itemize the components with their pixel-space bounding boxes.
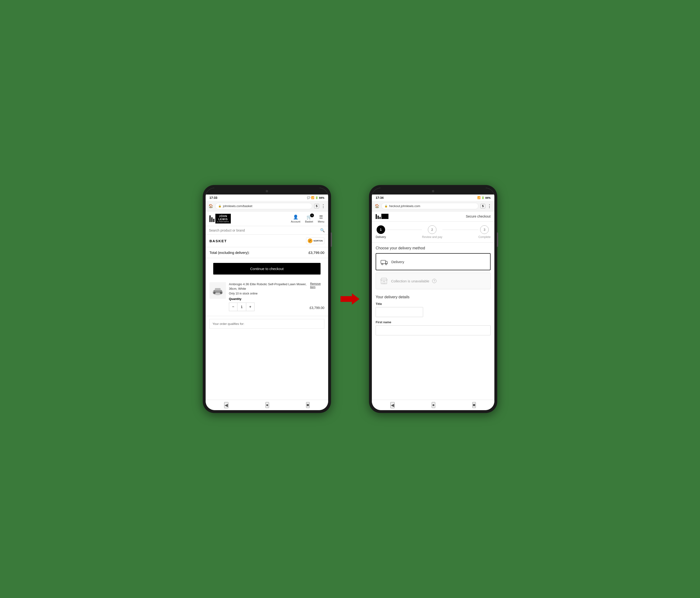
recents-button-right[interactable]: ■ <box>472 402 476 408</box>
checkout-logo-box <box>381 214 389 219</box>
checkout-header: Secure checkout <box>372 211 494 222</box>
right-phone-screen: 17:34 📶 🔋 84% 🏠 🔒 heckout.johnlewis.com … <box>372 188 494 410</box>
quantity-decrease-button[interactable]: − <box>229 303 238 311</box>
step-delivery: 1 Delivery <box>376 225 386 239</box>
basket-label: Basket <box>305 220 313 223</box>
home-button-right[interactable]: ● <box>432 402 435 408</box>
left-phone: 17:33 💬 📶 🔋 84% 🏠 🔒 johnlewis.com/basket… <box>203 185 331 413</box>
side-button <box>331 232 332 247</box>
recents-button[interactable]: ■ <box>306 402 310 408</box>
phone-notch-right <box>372 188 494 195</box>
total-label: Total (excluding delivery): <box>209 251 250 255</box>
svg-rect-9 <box>381 280 387 284</box>
checkout-logo <box>376 214 389 219</box>
title-input[interactable] <box>376 307 423 317</box>
account-nav-item[interactable]: 👤 Account <box>291 215 300 223</box>
signal-icon-right: 📶 <box>477 196 481 199</box>
phone-notch <box>206 188 328 195</box>
step-complete: 3 Complete <box>478 225 491 239</box>
norton-text: NORTON <box>314 240 323 242</box>
secure-checkout-text: Secure checkout <box>466 215 491 218</box>
url-bar[interactable]: 🔒 johnlewis.com/basket <box>215 203 312 209</box>
url-text-right: heckout.johnlewis.com <box>389 204 420 208</box>
delivery-details-title: Your delivery details <box>376 295 491 299</box>
basket-title: BASKET <box>209 239 227 243</box>
lock-icon: 🔒 <box>218 204 222 207</box>
step-3-label: Complete <box>478 235 491 239</box>
right-phone: 17:34 📶 🔋 84% 🏠 🔒 heckout.johnlewis.com … <box>369 185 497 413</box>
norton-badge: ✓ NORTON <box>306 238 324 244</box>
browser-tabs[interactable]: 5 <box>314 204 319 208</box>
browser-bar: 🏠 🔒 johnlewis.com/basket 5 ⋮ <box>206 201 328 211</box>
product-price: £3,799.00 <box>310 306 324 310</box>
browser-home-icon-right[interactable]: 🏠 <box>375 204 379 208</box>
left-phone-screen: 17:33 💬 📶 🔋 84% 🏠 🔒 johnlewis.com/basket… <box>206 188 328 410</box>
order-qualifies-text: Your order qualifies for: <box>212 322 244 326</box>
checkout-bar-1 <box>376 214 377 219</box>
step-1-label: Delivery <box>376 235 386 239</box>
account-icon: 👤 <box>293 215 298 220</box>
camera <box>266 190 268 192</box>
battery-icon: 🔋 <box>315 196 319 199</box>
product-row: Ambrogio 4.36 Elite Robotic Self-Propell… <box>206 279 328 316</box>
basket-badge: 1 <box>310 214 314 217</box>
product-img-svg <box>210 283 225 298</box>
first-name-field-group: First name <box>376 320 491 339</box>
remove-item-link[interactable]: Remove item <box>310 282 324 292</box>
collection-icon <box>380 277 388 285</box>
basket-nav-item[interactable]: 🛒 1 Basket <box>305 215 313 223</box>
delivery-details-section: Your delivery details Title First name <box>372 295 494 342</box>
svg-point-2 <box>213 292 216 294</box>
quantity-value: 1 <box>238 303 246 311</box>
step-3-circle: 3 <box>480 225 489 234</box>
checkout-button[interactable]: Continue to checkout <box>213 263 321 275</box>
status-time: 17:33 <box>209 196 217 199</box>
back-button-right[interactable]: ◀ <box>390 402 395 408</box>
side-button-right <box>497 232 498 247</box>
basket-title-row: BASKET ✓ NORTON <box>206 235 328 247</box>
signal-icon: 📶 <box>311 196 315 199</box>
collection-option: Collection is unavailable ? <box>376 273 491 289</box>
browser-tabs-right[interactable]: 5 <box>480 204 485 208</box>
search-input[interactable] <box>209 228 318 232</box>
whatsapp-icon: 💬 <box>307 196 310 199</box>
bottom-nav-bar-right: ◀ ● ■ <box>372 400 494 410</box>
collection-option-text: Collection is unavailable <box>391 279 429 283</box>
back-button[interactable]: ◀ <box>224 402 228 408</box>
url-bar-right[interactable]: 🔒 heckout.johnlewis.com <box>381 203 478 209</box>
delivery-option[interactable]: Delivery <box>376 253 491 270</box>
quantity-increase-button[interactable]: + <box>246 303 254 311</box>
browser-home-icon[interactable]: 🏠 <box>208 204 213 208</box>
svg-rect-6 <box>381 260 385 264</box>
menu-nav-item[interactable]: ☰ Menu <box>318 215 324 223</box>
first-name-input[interactable] <box>376 325 491 335</box>
collection-help-icon[interactable]: ? <box>432 279 436 283</box>
lock-icon-right: 🔒 <box>384 204 388 207</box>
logo-text-box: JÖHN LEWIS & PARTNERS <box>215 214 231 223</box>
first-name-label: First name <box>376 320 491 324</box>
delivery-truck-icon <box>380 257 389 266</box>
delivery-method-title: Choose your delivery method <box>376 246 491 250</box>
total-row: Total (excluding delivery): £3,799.00 <box>206 247 328 258</box>
status-bar-right: 17:34 📶 🔋 84% <box>372 195 494 201</box>
step-2-label: Review and pay <box>422 235 442 239</box>
search-icon[interactable]: 🔍 <box>320 228 325 232</box>
step-review: 2 Review and pay <box>422 225 442 239</box>
page-content: JÖHN LEWIS & PARTNERS 👤 Account 🛒 <box>206 211 328 400</box>
product-image <box>209 282 226 299</box>
battery-percent-right: 84% <box>485 196 491 199</box>
step-1-circle: 1 <box>377 225 385 234</box>
checkout-page-content: Secure checkout 1 Delivery 2 Review and … <box>372 211 494 400</box>
account-label: Account <box>291 220 300 223</box>
store-svg <box>380 277 388 285</box>
quantity-label: Quantity <box>229 297 324 301</box>
checkout-bar-3 <box>379 217 381 219</box>
checkout-bar-2 <box>378 216 379 219</box>
browser-more-icon-right[interactable]: ⋮ <box>487 203 492 209</box>
logo-bar-2 <box>211 217 212 222</box>
battery-percent: 84% <box>319 196 324 199</box>
logo-partners: & PARTNERS <box>217 221 229 223</box>
navigation-arrow <box>341 292 359 306</box>
browser-more-icon[interactable]: ⋮ <box>321 203 325 209</box>
home-button[interactable]: ● <box>266 402 269 408</box>
